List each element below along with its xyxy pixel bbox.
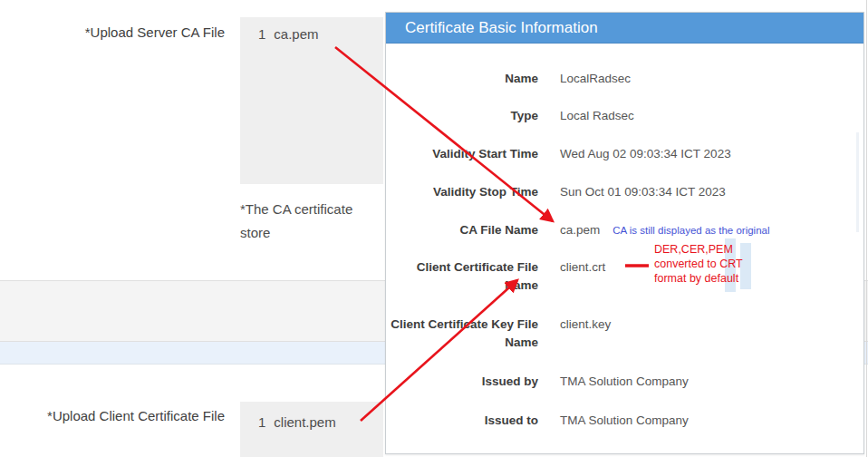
certificate-basic-information-dialog: Certificate Basic Information Name Local…	[385, 12, 864, 454]
client-cert-file-label: Client Certificate File Name	[386, 258, 538, 295]
validity-stop-label: Validity Stop Time	[386, 183, 538, 201]
type-value: Local Radsec	[560, 107, 634, 125]
server-ca-file-count: 1	[258, 26, 265, 42]
issued-to-label: Issued to	[386, 412, 538, 430]
client-cert-file-name: client.pem	[274, 414, 335, 430]
client-cert-key-value: client.key	[560, 316, 611, 334]
upload-client-cert-label: *Upload Client Certificate File	[0, 408, 225, 423]
server-ca-file-dropzone[interactable]: 1 ca.pem	[240, 17, 383, 184]
issued-to-value: TMA Solution Company	[560, 412, 689, 430]
name-value: LocalRadsec	[560, 70, 631, 88]
ca-file-name-text: ca.pem	[560, 223, 600, 237]
client-cert-file-count: 1	[258, 414, 265, 430]
client-cert-key-label: Client Certificate Key File Name	[386, 316, 538, 352]
page-edge-divider	[866, 0, 867, 457]
crt-annotation-line: DER,CER,PEM	[654, 242, 743, 257]
ca-certificate-caption: *The CA certificate store	[240, 198, 383, 245]
upload-server-ca-label: *Upload Server CA File	[0, 24, 225, 40]
server-ca-file-entry[interactable]: 1 ca.pem	[258, 26, 319, 42]
client-cert-file-value: client.crt	[560, 258, 605, 277]
scrollbar-track-hint[interactable]	[856, 132, 859, 232]
issued-by-value: TMA Solution Company	[560, 373, 689, 391]
dialog-title-bar: Certificate Basic Information	[386, 13, 863, 44]
dialog-title: Certificate Basic Information	[405, 19, 598, 36]
crt-format-annotation: DER,CER,PEM converted to CRT format by d…	[654, 242, 743, 286]
issued-by-label: Issued by	[386, 373, 538, 391]
server-ca-file-name: ca.pem	[274, 26, 318, 42]
name-label: Name	[386, 70, 538, 88]
crt-annotation-line: format by default	[654, 271, 743, 286]
client-cert-file-entry[interactable]: 1 client.pem	[258, 414, 336, 430]
validity-start-value: Wed Aug 02 09:03:34 ICT 2023	[560, 145, 731, 163]
validity-stop-value: Sun Oct 01 09:03:34 ICT 2023	[560, 183, 726, 201]
ca-file-name-value: ca.pemCA is still displayed as the origi…	[560, 221, 770, 239]
validity-start-label: Validity Start Time	[386, 145, 538, 163]
certificate-upload-screen: *Upload Server CA File 1 ca.pem *The CA …	[0, 0, 868, 457]
ca-file-name-label: CA File Name	[386, 221, 538, 239]
type-label: Type	[386, 107, 538, 125]
client-cert-file-dropzone[interactable]: 1 client.pem	[240, 402, 383, 457]
crt-annotation-line: converted to CRT	[654, 257, 743, 271]
ca-file-annotation: CA is still displayed as the original	[612, 225, 769, 236]
